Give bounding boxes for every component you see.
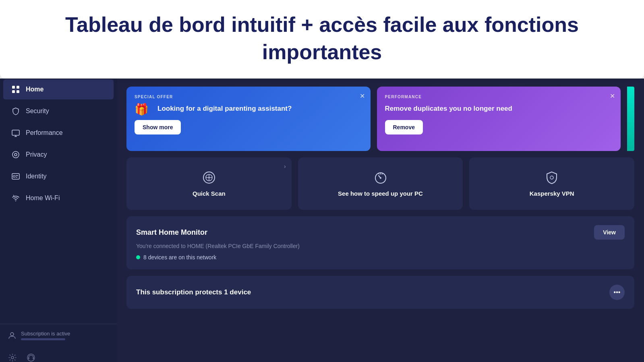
banner-title: Tableau de bord intuitif + accès facile … [16,11,628,66]
gift-icon: 🎁 [135,104,149,115]
svg-rect-0 [12,86,15,89]
wifi-icon [11,194,20,203]
main-content: SPECIAL OFFER ✕ 🎁 Looking for a digital … [117,79,644,362]
subscription-protects-card: This subscription protects 1 device ••• [126,276,634,309]
svg-rect-14 [33,357,34,359]
timer-icon [374,171,387,184]
smart-home-monitor-card: Smart Home Monitor View You're connected… [126,216,634,269]
performance-promo-close-button[interactable]: ✕ [610,92,615,100]
identity-icon [11,172,20,181]
sidebar-item-privacy-label: Privacy [26,151,47,158]
svg-point-6 [14,153,17,156]
green-dot-indicator [136,255,140,259]
quick-scan-card[interactable]: › Quick Scan [126,157,292,210]
svg-rect-4 [12,130,19,135]
devices-text: 8 devices are on this network [143,254,216,261]
subscription-bar [21,338,65,340]
top-banner: Tableau de bord intuitif + accès facile … [0,0,644,79]
app-container: Home Security Performance [0,79,644,362]
privacy-icon [11,150,20,159]
svg-point-11 [11,356,14,359]
remove-button[interactable]: Remove [385,120,423,134]
svg-point-5 [12,151,19,158]
svg-rect-2 [12,90,15,93]
sidebar-item-identity[interactable]: Identity [3,166,114,186]
home-icon [11,85,20,94]
svg-point-10 [10,333,14,336]
sidebar-item-performance[interactable]: Performance [3,123,114,143]
svg-rect-13 [28,357,29,359]
sidebar-item-performance-label: Performance [26,129,63,137]
vpn-label: Kaspersky VPN [530,190,574,197]
monitor-devices: 8 devices are on this network [136,254,625,261]
ellipsis-icon: ••• [614,289,621,296]
quick-scan-label: Quick Scan [193,190,226,197]
scan-icon [202,171,216,184]
sidebar-item-home-wifi[interactable]: Home Wi-Fi [3,188,114,208]
vpn-icon [545,171,559,184]
sidebar-item-home[interactable]: Home [3,79,114,99]
sidebar-item-privacy[interactable]: Privacy [3,145,114,165]
sidebar-footer [0,347,117,362]
subscription-protects-title: This subscription protects 1 device [136,288,251,296]
show-more-button[interactable]: Show more [135,120,181,134]
svg-point-20 [550,176,553,179]
svg-rect-1 [17,86,19,89]
speed-up-label: See how to speed up your PC [338,190,423,197]
action-cards-row: › Quick Scan [126,157,634,210]
special-offer-title: Looking for a digital parenting assistan… [157,104,292,114]
subscription-more-button[interactable]: ••• [609,285,625,300]
sidebar: Home Security Performance [0,79,117,362]
special-offer-tag: SPECIAL OFFER [135,95,362,99]
subscription-info: Subscription is active [8,331,109,340]
sidebar-item-home-label: Home [26,86,43,93]
sidebar-item-home-wifi-label: Home Wi-Fi [26,194,60,202]
user-icon [8,331,16,339]
support-button[interactable] [27,353,35,362]
special-offer-close-button[interactable]: ✕ [360,92,365,100]
sidebar-item-identity-label: Identity [26,173,47,180]
sidebar-item-security-label: Security [26,108,49,115]
performance-promo-card: PERFORMANCE ✕ Remove duplicates you no l… [377,87,621,151]
monitor-title: Smart Home Monitor [136,228,207,237]
performance-promo-title: Remove duplicates you no longer need [385,104,613,114]
accent-strip [627,87,634,151]
svg-rect-3 [17,90,19,93]
monitor-view-button[interactable]: View [594,225,625,240]
svg-point-9 [15,201,16,201]
speed-up-card[interactable]: See how to speed up your PC [298,157,463,210]
quick-scan-arrow-icon: › [284,163,286,170]
subscription-area: Subscription is active [0,324,117,347]
subscription-label: Subscription is active [21,331,70,337]
settings-button[interactable] [8,353,17,362]
sidebar-item-security[interactable]: Security [3,101,114,121]
promo-cards-row: SPECIAL OFFER ✕ 🎁 Looking for a digital … [126,87,634,151]
special-offer-card: SPECIAL OFFER ✕ 🎁 Looking for a digital … [126,87,371,151]
svg-point-19 [380,177,381,179]
svg-point-8 [13,176,15,178]
subscription-text-block: Subscription is active [21,331,70,340]
monitor-subtitle: You're connected to HOME (Realtek PCIe G… [136,243,625,249]
security-icon [11,107,20,116]
performance-icon [11,128,20,137]
performance-promo-tag: PERFORMANCE [385,95,613,99]
monitor-header: Smart Home Monitor View [136,225,625,240]
vpn-card[interactable]: Kaspersky VPN [469,157,634,210]
svg-point-17 [208,177,210,178]
